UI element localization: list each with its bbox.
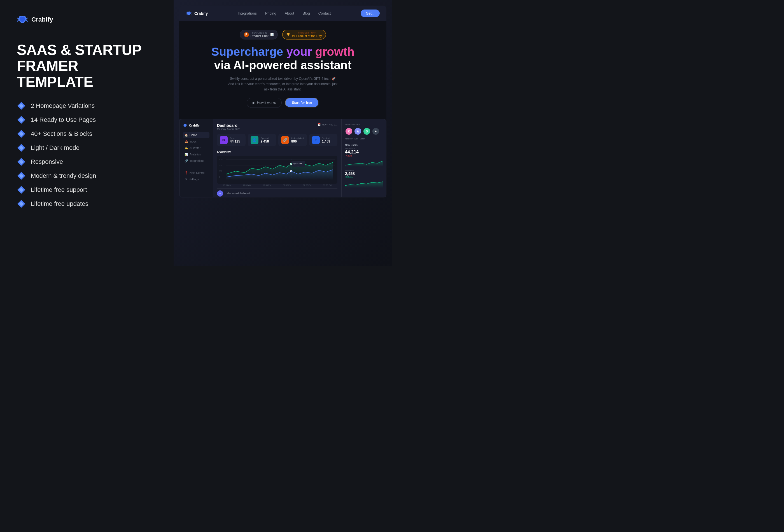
stat-card-links: 🔗 Links clicked 896 xyxy=(278,134,307,146)
feature-text: Modern & trendy design xyxy=(31,172,96,179)
analytics-icon: 📊 xyxy=(185,153,188,156)
sent-icon-box: ✉ xyxy=(220,136,228,144)
dashboard-mockup: Crabify 🏠 Home 📥 Inbox ✍ AI Writer 📊 Ana… xyxy=(179,119,386,197)
help-icon: ❓ xyxy=(185,171,188,174)
nav-blog[interactable]: Blog xyxy=(303,11,310,16)
feature-text: Lifetime free support xyxy=(31,186,87,194)
avatar-alex: A xyxy=(354,128,362,135)
browser-nav: Crabify Integrations Pricing About Blog … xyxy=(179,6,386,21)
avatar-more: + xyxy=(372,128,380,135)
start-for-free-button[interactable]: Start for free xyxy=(285,98,319,108)
inbox-icon: 📥 xyxy=(185,140,188,143)
overview-header: Overview ··· xyxy=(217,149,337,154)
nav-pricing[interactable]: Pricing xyxy=(265,11,276,16)
settings-icon: ⚙ xyxy=(185,178,187,181)
feature-text: Light / Dark mode xyxy=(31,144,80,151)
ph-rank: 📊 xyxy=(270,33,274,36)
hero-title-white: via AI-powered assistant xyxy=(214,58,352,72)
play-icon: ▶ xyxy=(253,101,255,105)
svg-text:1000: 1000 xyxy=(219,159,223,161)
hero-section: P FEATURED IN Product Hunt 📊 🏆 PRODUCT H… xyxy=(179,21,386,119)
overview-menu[interactable]: ··· xyxy=(334,149,337,154)
opened-icon-box: 👤 xyxy=(251,136,258,144)
diamond-icon xyxy=(17,157,26,166)
svg-text:500: 500 xyxy=(219,164,222,167)
feature-text: 14 Ready to Use Pages xyxy=(31,116,96,123)
opened-label: Opened xyxy=(261,137,269,139)
dash-title: Dashboard xyxy=(217,123,241,128)
hero-title: Supercharge your growth via AI-powered a… xyxy=(190,45,375,72)
name-alex: Alex xyxy=(354,138,358,140)
diamond-icon xyxy=(17,143,26,152)
this-week-value: 2,458 xyxy=(345,171,383,176)
name-kimberly: Kimberly xyxy=(345,138,353,140)
svg-text:500: 500 xyxy=(219,170,222,172)
overview-title: Overview xyxy=(217,150,231,153)
opened-value: 2,458 xyxy=(261,139,269,143)
dash-logo-text: Crabify xyxy=(189,124,200,127)
dash-nav-home[interactable]: 🏠 Home xyxy=(183,132,209,138)
stat-cards: ✉ Sent 44,125 👤 Opened 2,458 🔗 xyxy=(217,134,337,146)
feature-text: 2 Homepage Variations xyxy=(31,102,95,110)
dash-nav-integrations[interactable]: 🔗 Integrations xyxy=(183,158,209,164)
chart-x-labels: 10:00 AM 11:00 AM 12:00 PM 01:00 PM 02:0… xyxy=(217,184,337,186)
dash-bottom-bar: A Alex scheduled email ⌄ xyxy=(217,189,337,197)
dash-date-range[interactable]: 📅 May - Nov 2... xyxy=(317,123,337,126)
feature-item: 40+ Sections & Blocks xyxy=(17,129,157,138)
feature-item: Light / Dark mode xyxy=(17,143,157,152)
right-panel: Crabify Integrations Pricing About Blog … xyxy=(174,0,392,266)
name-sarah: Sarah xyxy=(360,138,365,140)
hero-title-pink: growth xyxy=(315,45,355,58)
ph-featured-label: FEATURED IN xyxy=(251,32,269,34)
dash-nav-ai-writer[interactable]: ✍ AI Writer xyxy=(183,145,209,151)
left-panel: Crabify SAAS & STARTUP FRAMER TEMPLATE 2… xyxy=(0,0,174,266)
feature-item: Lifetime free updates xyxy=(17,199,157,208)
diamond-icon xyxy=(17,101,26,110)
dash-nav-settings[interactable]: ⚙ Settings xyxy=(183,176,209,182)
ph-icon: P xyxy=(244,32,249,37)
product-day-label: #1 Product of the Day xyxy=(292,34,322,37)
feature-text: Lifetime free updates xyxy=(31,200,88,207)
feature-list: 2 Homepage Variations14 Ready to Use Pag… xyxy=(17,101,157,208)
this-month-label: This month xyxy=(345,147,383,149)
nav-about[interactable]: About xyxy=(285,11,294,16)
stat-card-replied: ↩ Replied 1,453 xyxy=(309,134,338,146)
this-week-label: This week xyxy=(345,169,383,171)
svg-text:793: 793 xyxy=(299,162,302,165)
overview-chart: 1000 500 500 0 xyxy=(219,158,335,181)
feature-item: Modern & trendy design xyxy=(17,171,157,180)
stat-card-sent: ✉ Sent 44,125 xyxy=(217,134,246,146)
nav-cta-button[interactable]: Get... xyxy=(361,9,380,17)
feature-item: 14 Ready to Use Pages xyxy=(17,115,157,124)
replied-value: 1,453 xyxy=(322,139,330,143)
svg-point-27 xyxy=(290,163,292,165)
svg-text:Opened: Opened xyxy=(293,163,299,165)
dash-subtitle: Monday, 5 April 2021 xyxy=(217,128,241,131)
dash-sidebar: Crabify 🏠 Home 📥 Inbox ✍ AI Writer 📊 Ana… xyxy=(179,119,213,197)
team-label: Team members xyxy=(345,123,383,126)
dash-header-row: Dashboard Monday, 5 April 2021 📅 May - N… xyxy=(217,123,337,131)
nav-logo-icon xyxy=(186,11,192,16)
dash-nav-analytics[interactable]: 📊 Analytics xyxy=(183,151,209,157)
dash-nav-help[interactable]: ❓ Help Centre xyxy=(183,170,209,176)
new-users-heading: New users xyxy=(345,144,383,146)
chart-area: 1000 500 500 0 xyxy=(217,156,337,184)
new-users-section: New users This month 44,214 -7.32% xyxy=(345,144,383,188)
svg-marker-32 xyxy=(345,161,383,167)
dash-nav-inbox[interactable]: 📥 Inbox xyxy=(183,139,209,144)
mini-chart-week xyxy=(345,179,383,188)
links-value: 896 xyxy=(291,139,304,143)
nav-contact[interactable]: Contact xyxy=(318,11,331,16)
how-it-works-button[interactable]: ▶ How it works xyxy=(247,98,282,108)
logo-text: Crabify xyxy=(31,16,53,23)
diamond-icon xyxy=(17,115,26,124)
hero-subtitle: Swiftly construct a personalized text dr… xyxy=(227,76,339,92)
svg-text:0: 0 xyxy=(219,176,220,178)
expand-icon[interactable]: ⌄ xyxy=(335,192,337,195)
avatar-row: K A S + xyxy=(345,128,383,135)
mini-chart-month xyxy=(345,158,383,167)
nav-integrations[interactable]: Integrations xyxy=(238,11,257,16)
feature-text: 40+ Sections & Blocks xyxy=(31,130,92,138)
main-heading: SAAS & STARTUP FRAMER TEMPLATE xyxy=(17,42,157,90)
hero-title-blue: Supercharge xyxy=(211,45,283,58)
